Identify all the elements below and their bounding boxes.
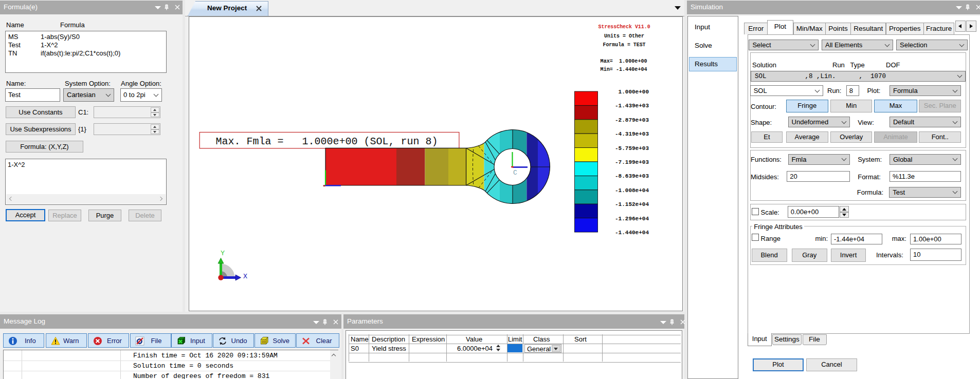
svg-text:-4.319e+03: -4.319e+03: [615, 131, 649, 137]
svg-text:Min= -1.440e+04: Min= -1.440e+04: [601, 66, 647, 72]
svg-text:-2.879e+03: -2.879e+03: [615, 117, 649, 123]
svg-text:C: C: [513, 169, 517, 177]
svg-text:-1.296e+04: -1.296e+04: [615, 216, 649, 222]
svg-text:StressCheck V11.0: StressCheck V11.0: [598, 23, 650, 30]
svg-text:-1.440e+04: -1.440e+04: [615, 230, 649, 236]
svg-text:-1.008e+04: -1.008e+04: [615, 187, 649, 194]
svg-text:Max. Fmla = 1.000e+00 (SOL,: Max. Fmla = 1.000e+00 (SOL, run 8): [216, 136, 438, 147]
svg-text:-7.199e+03: -7.199e+03: [615, 159, 649, 165]
svg-text:1.000e+00: 1.000e+00: [615, 89, 649, 95]
svg-text:Y: Y: [221, 250, 225, 257]
svg-text:X: X: [243, 273, 247, 280]
svg-text:Units = Other: Units = Other: [604, 32, 644, 39]
svg-text:-5.759e+03: -5.759e+03: [615, 145, 649, 151]
svg-text:-1.152e+04: -1.152e+04: [615, 201, 649, 207]
svg-text:-8.639e+03: -8.639e+03: [615, 173, 649, 179]
svg-text:Formula = TEST: Formula = TEST: [603, 41, 646, 48]
svg-text:-1.439e+03: -1.439e+03: [615, 103, 649, 109]
svg-text:Max= 1.000e+00: Max= 1.000e+00: [601, 58, 647, 64]
